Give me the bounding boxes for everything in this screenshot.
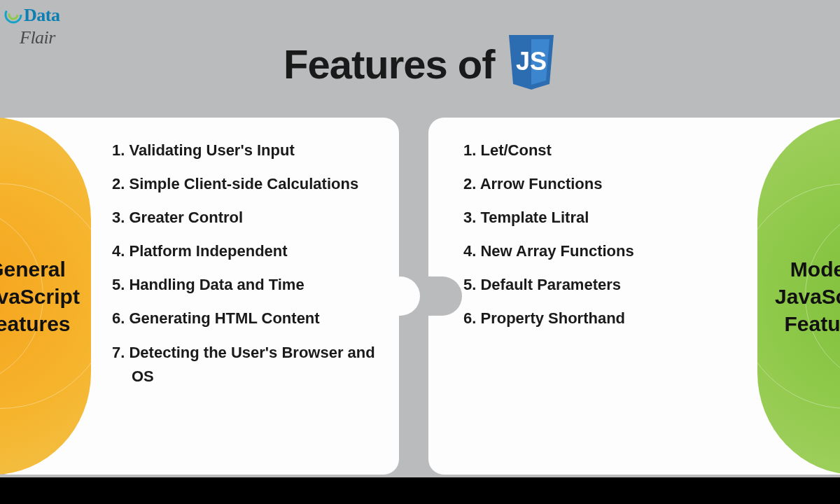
page-title-row: Features of JS — [0, 34, 840, 94]
modern-features-panel: Let/ConstArrow FunctionsTemplate LitralN… — [428, 118, 840, 475]
brand-text-left: Data — [24, 5, 59, 25]
modern-feature-item: Let/Const — [463, 139, 743, 162]
modern-feature-item: New Array Functions — [463, 239, 743, 263]
general-feature-item: Detecting the User's Browser and OS — [112, 341, 385, 388]
general-feature-item: Platform Independent — [112, 239, 385, 263]
modern-feature-item: Default Parameters — [463, 273, 743, 297]
general-feature-item: Greater Control — [112, 206, 385, 230]
general-features-heading: GeneralJavaScriptFeatures — [0, 255, 80, 337]
modern-features-heading: ModernJavaScriptFeatures — [775, 255, 840, 337]
modern-features-cap: ModernJavaScriptFeatures — [757, 118, 840, 475]
modern-features-list: Let/ConstArrow FunctionsTemplate LitralN… — [428, 118, 757, 475]
modern-feature-item: Arrow Functions — [463, 172, 743, 196]
js-logo-icon: JS — [506, 34, 556, 94]
modern-feature-item: Property Shorthand — [463, 307, 743, 330]
general-feature-item: Handling Data and Time — [112, 273, 385, 297]
general-features-panel: GeneralJavaScriptFeatures Validating Use… — [0, 118, 399, 475]
puzzle-tab-out-icon — [385, 276, 420, 316]
general-feature-item: Simple Client-side Calculations — [112, 172, 385, 196]
svg-text:JS: JS — [516, 47, 547, 76]
panels-row: GeneralJavaScriptFeatures Validating Use… — [0, 118, 840, 475]
modern-feature-item: Template Litral — [463, 206, 743, 230]
bottom-bar — [0, 477, 840, 504]
general-features-cap: GeneralJavaScriptFeatures — [0, 118, 91, 475]
general-features-list: Validating User's InputSimple Client-sid… — [91, 118, 399, 475]
page-title: Features of — [284, 41, 495, 88]
svg-point-0 — [6, 7, 21, 22]
general-feature-item: Validating User's Input — [112, 139, 385, 162]
brand-swirl-icon — [4, 6, 22, 27]
svg-point-1 — [9, 10, 18, 19]
general-feature-item: Generating HTML Content — [112, 307, 385, 330]
